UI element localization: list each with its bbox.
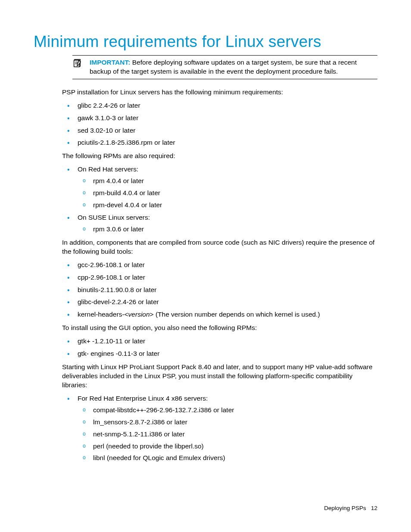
build-tools-list: gcc-2.96-108.1 or later cpp-2.96-108.1 o… xyxy=(62,261,377,320)
important-label: IMPORTANT: xyxy=(90,59,130,66)
list-item: For Red Hat Enterprise Linux 4 x86 serve… xyxy=(62,394,377,463)
list-item: glibc-devel-2.2.4-26 or later xyxy=(62,298,377,307)
kernel-headers-pre: kernel-headers-< xyxy=(78,311,128,318)
build-intro-paragraph: In addition, components that are compile… xyxy=(62,238,377,256)
list-item: On SUSE Linux servers: rpm 3.0.6 or late… xyxy=(62,213,377,234)
kernel-headers-version: version xyxy=(128,311,150,318)
section-title: On Red Hat servers: xyxy=(78,165,138,173)
list-item: gtk- engines -0.11-3 or later xyxy=(62,349,377,358)
important-callout: IMPORTANT: Before deploying software upd… xyxy=(72,55,377,79)
list-item: cpp-2.96-108.1 or later xyxy=(62,273,377,282)
page-heading: Minimum requirements for Linux servers xyxy=(34,31,377,53)
gui-intro-paragraph: To install using the GUI option, you als… xyxy=(62,324,377,333)
section-title: For Red Hat Enterprise Linux 4 x86 serve… xyxy=(78,395,208,402)
sub-list: rpm 4.0.4 or later rpm-build 4.0.4 or la… xyxy=(78,177,377,210)
list-item: glibc 2.2.4-26 or later xyxy=(62,101,377,110)
list-item: pciutils-2.1.8-25.i386.rpm or later xyxy=(62,138,377,147)
list-item: libnl (needed for QLogic and Emulex driv… xyxy=(78,454,377,463)
intro-paragraph: PSP installation for Linux servers has t… xyxy=(62,88,377,97)
list-item: perl (needed to provide the libperl.so) xyxy=(78,442,377,451)
body-content: PSP installation for Linux servers has t… xyxy=(62,88,377,463)
sub-list: compat-libstdc++-296-2.96-132.7.2.i386 o… xyxy=(78,406,377,463)
rpm-sections-list: On Red Hat servers: rpm 4.0.4 or later r… xyxy=(62,165,377,234)
list-item: rpm 4.0.4 or later xyxy=(78,177,377,186)
basic-requirements-list: glibc 2.2.4-26 or later gawk 3.1.0-3 or … xyxy=(62,101,377,148)
list-item: compat-libstdc++-296-2.96-132.7.2.i386 o… xyxy=(78,406,377,415)
kernel-headers-post: > (The version number depends on which k… xyxy=(150,311,320,318)
note-icon xyxy=(72,59,82,71)
sub-list: rpm 3.0.6 or later xyxy=(78,225,377,234)
list-item: gtk+ -1.2.10-11 or later xyxy=(62,337,377,346)
list-item: On Red Hat servers: rpm 4.0.4 or later r… xyxy=(62,165,377,210)
rpm-intro-paragraph: The following RPMs are also required: xyxy=(62,152,377,161)
callout-container: IMPORTANT: Before deploying software upd… xyxy=(72,55,377,79)
page: Minimum requirements for Linux servers I… xyxy=(0,0,411,532)
list-item: gawk 3.1.0-3 or later xyxy=(62,114,377,123)
list-item: rpm-build 4.0.4 or later xyxy=(78,189,377,198)
list-item: rpm-devel 4.0.4 or later xyxy=(78,201,377,210)
list-item: lm_sensors-2.8.7-2.i386 or later xyxy=(78,418,377,427)
list-item: sed 3.02-10 or later xyxy=(62,126,377,135)
section-title: On SUSE Linux servers: xyxy=(78,214,150,221)
compat-sections-list: For Red Hat Enterprise Linux 4 x86 serve… xyxy=(62,394,377,463)
list-item: net-snmp-5.1.2-11.i386 or later xyxy=(78,430,377,439)
footer-section: Deploying PSPs xyxy=(324,505,366,511)
page-footer: Deploying PSPs 12 xyxy=(324,504,377,512)
footer-page-number: 12 xyxy=(371,505,377,511)
list-item: rpm 3.0.6 or later xyxy=(78,225,377,234)
list-item: kernel-headers-<version> (The version nu… xyxy=(62,310,377,319)
list-item: binutils-2.11.90.0.8 or later xyxy=(62,286,377,295)
list-item: gcc-2.96-108.1 or later xyxy=(62,261,377,270)
callout-text: IMPORTANT: Before deploying software upd… xyxy=(90,58,377,76)
compat-intro-paragraph: Starting with Linux HP ProLiant Support … xyxy=(62,363,377,390)
gui-rpms-list: gtk+ -1.2.10-11 or later gtk- engines -0… xyxy=(62,337,377,358)
